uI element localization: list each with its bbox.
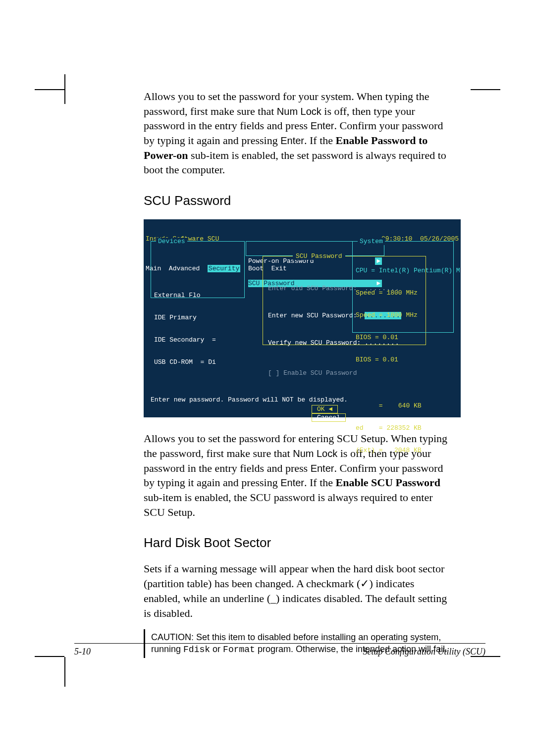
key-name: Enter xyxy=(280,135,304,146)
dialog-title: SCU Password xyxy=(293,252,345,260)
bios-devices-panel: Devices External Flo IDE Primary IDE Sec… xyxy=(151,241,245,298)
paragraph-power-on-password: Allows you to set the password for your … xyxy=(144,89,451,177)
key-name: Enter xyxy=(311,463,334,474)
text: . If the xyxy=(304,476,336,489)
paragraph-hard-disk: Sets if a warning message will appear wh… xyxy=(144,561,451,620)
label: OK xyxy=(317,405,325,413)
label: Verify new SCU Password: xyxy=(268,339,361,347)
device-row: IDE Primary xyxy=(154,314,241,321)
crop-mark xyxy=(35,656,64,657)
caution-label: CAUTION: xyxy=(151,632,196,642)
ok-button: OK ◄ xyxy=(312,405,338,413)
page-footer: 5-10 Setup Configuration Utility (SCU) xyxy=(74,643,485,657)
bios-help-line: Enter new password. Password will NOT be… xyxy=(151,396,348,403)
crop-mark xyxy=(64,74,65,104)
crop-mark xyxy=(35,89,64,90)
sys-row: BIOS = 0.01 xyxy=(356,356,450,363)
page-number: 5-10 xyxy=(74,647,91,657)
crop-mark xyxy=(64,657,65,687)
label: Enter old SCU Password: xyxy=(268,285,357,292)
device-row: External Flo xyxy=(154,292,241,299)
text: . If the xyxy=(304,134,336,147)
key-name: Num Lock xyxy=(277,106,321,117)
page: Allows you to set the password for your … xyxy=(0,0,535,756)
device-row: USB CD-ROM = Di xyxy=(154,358,241,366)
sys-row: CPU = Intel(R) Pentium(R) M xyxy=(356,267,450,274)
crop-mark xyxy=(471,89,500,90)
sys-row: ed = 228352 KB xyxy=(356,424,450,432)
cancel-button: Cancel xyxy=(312,413,346,422)
text: sub-item is enabled, the SCU password is… xyxy=(144,491,432,518)
sys-row: BIOS = 0.01 xyxy=(356,334,450,341)
footer-title: Setup Configuration Utility (SCU) xyxy=(363,647,486,657)
label: Enter new SCU Password: xyxy=(268,312,357,319)
heading-hard-disk-boot-sector: Hard Disk Boot Sector xyxy=(144,534,451,552)
key-name: Num Lock xyxy=(293,448,337,459)
bios-screenshot: Insyde Software SCU 09:30:10 05/26/2005 … xyxy=(144,219,461,417)
panel-label: Devices xyxy=(156,238,187,245)
sys-row: (Ext) = 2048 KB xyxy=(356,447,450,454)
device-row: IDE Secondary = xyxy=(154,336,241,344)
key-name: Enter xyxy=(311,120,334,131)
bios-system-panel: System CPU = Intel(R) Pentium(R) M Speed… xyxy=(352,241,454,333)
document-content: Allows you to set the password for your … xyxy=(144,89,451,658)
sys-row: Speed = 1800 MHz xyxy=(356,311,450,319)
heading-scu-password: SCU Password xyxy=(144,192,451,209)
sys-row: Speed = 1800 MHz xyxy=(356,289,450,297)
sys-row: = 640 KB xyxy=(356,402,450,409)
panel-label: System xyxy=(358,238,385,245)
key-name: Enter xyxy=(280,477,304,488)
option-name: Enable SCU Password xyxy=(336,476,440,489)
text: sub-item is enabled, the set password is… xyxy=(144,149,446,176)
